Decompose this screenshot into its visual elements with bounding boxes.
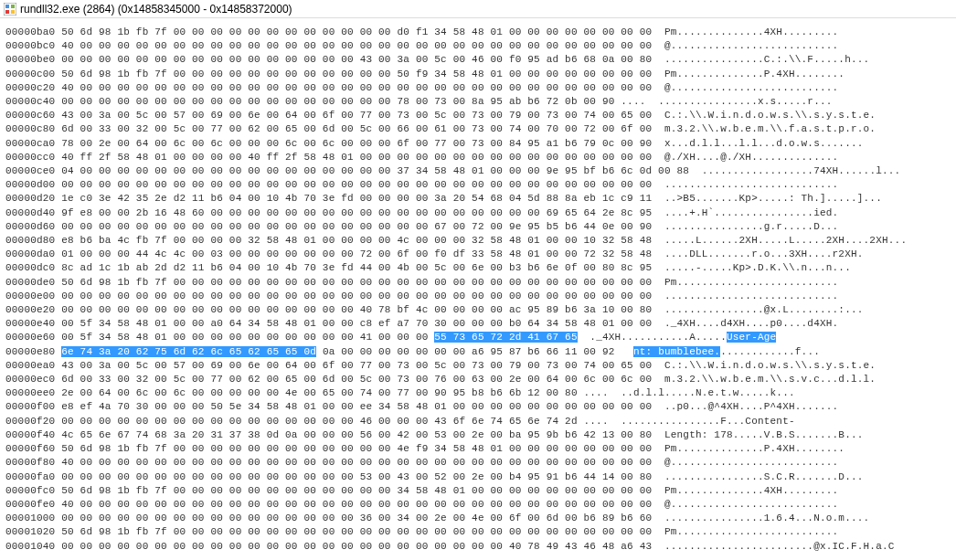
offset: 00000f40 bbox=[5, 429, 61, 440]
hex-row[interactable]: 00000fe0 40 00 00 00 00 00 00 00 00 00 0… bbox=[5, 498, 951, 512]
hex-row[interactable]: 00000c80 6d 00 33 00 32 00 5c 00 77 00 6… bbox=[5, 122, 951, 136]
hex-bytes: e8 b6 ba 4c fb 7f 00 00 00 00 32 58 48 0… bbox=[61, 235, 652, 246]
hex-dump-view[interactable]: 00000ba0 50 6d 98 1b fb 7f 00 00 00 00 0… bbox=[0, 18, 956, 557]
hex-row[interactable]: 00000de0 50 6d 98 1b fb 7f 00 00 00 00 0… bbox=[5, 276, 951, 290]
hex-row[interactable]: 00000ba0 50 6d 98 1b fb 7f 00 00 00 00 0… bbox=[5, 26, 951, 39]
hex-row[interactable]: 00000e20 00 00 00 00 00 00 00 00 00 00 0… bbox=[5, 303, 951, 317]
hex-row[interactable]: 00000d20 1e c0 3e 42 35 2e d2 11 b6 04 0… bbox=[5, 192, 951, 206]
offset: 00000d20 bbox=[5, 193, 61, 204]
hex-row[interactable]: 00000d80 e8 b6 ba 4c fb 7f 00 00 00 00 3… bbox=[5, 234, 951, 248]
ascii: @./XH....@./XH.............. bbox=[664, 152, 838, 163]
offset: 00000de0 bbox=[5, 277, 61, 288]
hex-row[interactable]: 00001020 50 6d 98 1b fb 7f 00 00 00 00 0… bbox=[5, 525, 951, 539]
offset: 00000f60 bbox=[5, 443, 61, 454]
hex-row[interactable]: 00000be0 00 00 00 00 00 00 00 00 00 00 0… bbox=[5, 53, 951, 67]
hex-row[interactable]: 00000e60 00 5f 34 58 48 01 00 00 00 00 0… bbox=[5, 331, 951, 344]
offset: 00000d60 bbox=[5, 221, 61, 232]
hex-row[interactable]: 00000c00 50 6d 98 1b fb 7f 00 00 00 00 0… bbox=[5, 68, 951, 81]
hex-bytes: 1e c0 3e 42 35 2e d2 11 b6 04 00 10 4b 7… bbox=[61, 193, 652, 204]
ascii: @........................... bbox=[664, 457, 838, 468]
hex-row[interactable]: 00000e40 00 5f 34 58 48 01 00 00 a0 64 3… bbox=[5, 317, 951, 331]
hex-bytes: 50 6d 98 1b fb 7f 00 00 00 00 00 00 00 0… bbox=[61, 485, 652, 496]
hex-bytes: 0a 00 00 00 00 00 00 00 a6 95 87 b6 66 1… bbox=[316, 346, 621, 357]
ascii: ............................ bbox=[664, 291, 838, 301]
hex-row[interactable]: 00000fa0 00 00 00 00 00 00 00 00 00 00 0… bbox=[5, 470, 951, 484]
hex-row[interactable]: 00001040 00 00 00 00 00 00 00 00 00 00 0… bbox=[5, 540, 951, 554]
hex-row[interactable]: 00000f20 00 00 00 00 00 00 00 00 00 00 0… bbox=[5, 415, 951, 428]
offset: 00000e20 bbox=[5, 304, 61, 315]
hex-row[interactable]: 00000ce0 04 00 00 00 00 00 00 00 00 00 0… bbox=[5, 164, 951, 178]
hex-bytes: 00 5f 34 58 48 01 00 00 00 00 00 00 00 0… bbox=[61, 332, 434, 343]
ascii: ..>B5.......Kp>.....: Th.].....]... bbox=[664, 193, 882, 204]
hex-bytes: 00 00 00 00 00 00 00 00 00 00 00 00 00 0… bbox=[61, 541, 652, 552]
hex-row[interactable]: 00000f40 4c 65 6e 67 74 68 3a 20 31 37 3… bbox=[5, 428, 951, 442]
hex-row[interactable]: 00000fc0 50 6d 98 1b fb 7f 00 00 00 00 0… bbox=[5, 484, 951, 498]
hex-row[interactable]: 00000ec0 6d 00 33 00 32 00 5c 00 77 00 6… bbox=[5, 373, 951, 386]
ascii: m.3.2.\\.w.b.e.m.\\.f.a.s.t.p.r.o. bbox=[664, 123, 876, 134]
ascii: Length: 178.....V.B.S.......B... bbox=[664, 429, 864, 440]
offset: 00000d40 bbox=[5, 207, 61, 218]
hex-row[interactable]: 00000ca0 78 00 2e 00 64 00 6c 00 6c 00 0… bbox=[5, 137, 951, 151]
hex-bytes: 00 00 00 00 00 00 00 00 00 00 00 00 00 0… bbox=[61, 471, 652, 482]
hex-row[interactable]: 00000ea0 43 00 3a 00 5c 00 57 00 69 00 6… bbox=[5, 359, 951, 373]
hex-bytes: 00 00 00 00 00 00 00 00 00 00 00 00 00 0… bbox=[61, 179, 652, 190]
offset: 00001000 bbox=[5, 512, 61, 523]
ascii: Pm.......................... bbox=[664, 526, 838, 537]
ascii: ................1.6.4...N.o.m.... bbox=[664, 512, 869, 523]
offset: 00000e80 bbox=[5, 346, 61, 357]
ascii: m.3.2.\\.w.b.e.m.\\.s.v.c...d.l.l. bbox=[664, 374, 876, 385]
hex-bytes: 4c 65 6e 67 74 68 3a 20 31 37 38 0d 0a 0… bbox=[61, 429, 652, 440]
offset: 00000ea0 bbox=[5, 360, 61, 371]
hex-row[interactable]: 00000d00 00 00 00 00 00 00 00 00 00 00 0… bbox=[5, 178, 951, 192]
hex-row[interactable]: 00000f00 e8 ef 4a 70 30 00 00 00 50 5e 3… bbox=[5, 400, 951, 414]
hex-row[interactable]: 00000e00 00 00 00 00 00 00 00 00 00 00 0… bbox=[5, 290, 951, 303]
hex-bytes: 43 00 3a 00 5c 00 57 00 69 00 6e 00 64 0… bbox=[61, 110, 652, 121]
ascii: ............f... bbox=[720, 346, 820, 357]
offset: 00000cc0 bbox=[5, 152, 61, 163]
hex-row[interactable]: 00000da0 01 00 00 00 44 4c 4c 00 03 00 0… bbox=[5, 248, 951, 261]
ascii: Pm..............4XH......... bbox=[664, 26, 838, 37]
hex-row[interactable]: 00001000 00 00 00 00 00 00 00 00 00 00 0… bbox=[5, 512, 951, 525]
hex-row[interactable]: 00000e80 6e 74 3a 20 62 75 6d 62 6c 65 6… bbox=[5, 345, 951, 359]
hex-row[interactable]: 00000c40 00 00 00 00 00 00 00 00 00 00 0… bbox=[5, 95, 951, 109]
hex-bytes: 00 00 00 00 00 00 00 00 00 00 00 00 00 0… bbox=[61, 221, 652, 232]
hex-row[interactable]: 00000d60 00 00 00 00 00 00 00 00 00 00 0… bbox=[5, 220, 951, 234]
offset: 00000fa0 bbox=[5, 471, 61, 482]
hex-bytes: 50 6d 98 1b fb 7f 00 00 00 00 00 00 00 0… bbox=[61, 69, 652, 79]
ascii: @........................... bbox=[664, 40, 838, 51]
offset: 00000ec0 bbox=[5, 374, 61, 385]
hex-row[interactable]: 00000ee0 2e 00 64 00 6c 00 6c 00 00 00 0… bbox=[5, 386, 951, 400]
ascii: Pm..............P.4XH........ bbox=[664, 443, 844, 454]
ascii: ................x.s.....r... bbox=[658, 96, 832, 107]
hex-row[interactable]: 00000cc0 40 ff 2f 58 48 01 00 00 00 00 4… bbox=[5, 151, 951, 164]
ascii: ................C.:.\\.F.....h... bbox=[664, 54, 869, 65]
hex-bytes: 9f e8 00 00 2b 16 48 60 00 00 00 00 00 0… bbox=[61, 207, 652, 218]
ascii: @........................... bbox=[664, 499, 838, 510]
hex-bytes: 00 00 00 00 00 00 00 00 00 00 00 00 00 0… bbox=[61, 54, 652, 65]
hex-row[interactable]: 00000bc0 40 00 00 00 00 00 00 00 00 00 0… bbox=[5, 39, 951, 53]
window-title: rundll32.exe (2864) (0x14858345000 - 0x1… bbox=[20, 3, 292, 16]
ascii: ._4XH...........A..... bbox=[590, 332, 727, 343]
hex-row[interactable]: 00000dc0 8c ad 1c 1b ab 2d d2 11 b6 04 0… bbox=[5, 261, 951, 275]
offset: 00000e40 bbox=[5, 318, 61, 329]
hex-bytes: 00 00 00 00 00 00 00 00 00 00 00 00 00 0… bbox=[61, 416, 609, 427]
hex-bytes: 50 6d 98 1b fb 7f 00 00 00 00 00 00 00 0… bbox=[61, 443, 652, 454]
hex-row[interactable]: 00000c60 43 00 3a 00 5c 00 57 00 69 00 6… bbox=[5, 109, 951, 122]
offset: 00000c60 bbox=[5, 110, 61, 121]
hex-bytes: 00 00 00 00 00 00 00 00 00 00 00 00 00 0… bbox=[61, 304, 652, 315]
hex-bytes: 04 00 00 00 00 00 00 00 00 00 00 00 00 0… bbox=[61, 165, 689, 176]
offset: 00000be0 bbox=[5, 54, 61, 65]
svg-rect-2 bbox=[11, 5, 15, 8]
hex-bytes: 43 00 3a 00 5c 00 57 00 69 00 6e 00 64 0… bbox=[61, 360, 652, 371]
ascii: Pm..............P.4XH........ bbox=[664, 69, 844, 79]
offset: 00000c40 bbox=[5, 96, 61, 107]
offset: 00000c00 bbox=[5, 69, 61, 79]
hex-row[interactable]: 00000f60 50 6d 98 1b fb 7f 00 00 00 00 0… bbox=[5, 442, 951, 456]
offset: 00000d80 bbox=[5, 235, 61, 246]
ascii: C.:.\\.W.i.n.d.o.w.s.\\.s.y.s.t.e. bbox=[664, 110, 876, 121]
hex-row[interactable]: 00000f80 40 00 00 00 00 00 00 00 00 00 0… bbox=[5, 456, 951, 470]
hex-row[interactable]: 00000c20 40 00 00 00 00 00 00 00 00 00 0… bbox=[5, 81, 951, 95]
hex-row[interactable]: 00000d40 9f e8 00 00 2b 16 48 60 00 00 0… bbox=[5, 206, 951, 220]
app-icon bbox=[4, 3, 16, 16]
svg-rect-3 bbox=[5, 10, 9, 14]
